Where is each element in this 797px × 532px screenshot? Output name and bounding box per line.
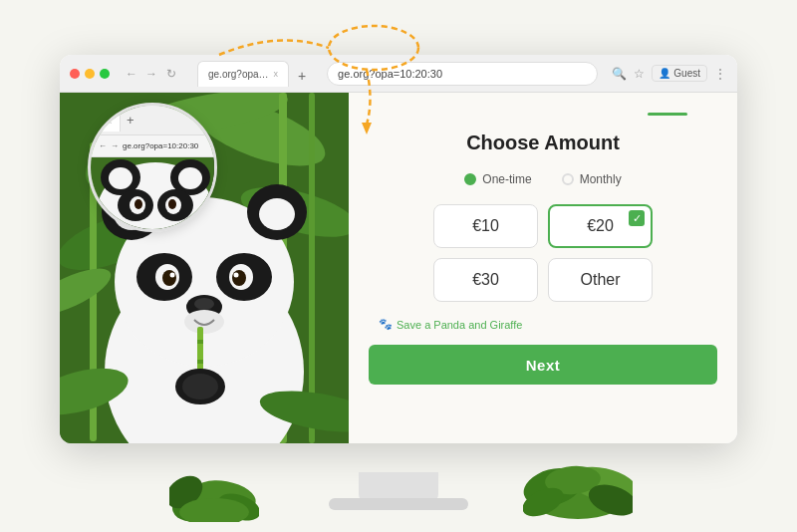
monthly-label: Monthly: [580, 172, 622, 186]
traffic-light-yellow[interactable]: [85, 69, 95, 79]
scene: ← → ↻ ge.org?opa… x + ge.org?opa=10:20:3…: [0, 0, 797, 532]
new-tab-button[interactable]: +: [291, 65, 313, 87]
search-icon[interactable]: 🔍: [612, 67, 626, 81]
browser-tab[interactable]: ge.org?opa… x: [197, 61, 289, 87]
amount-30[interactable]: €30: [433, 258, 538, 302]
paw-icon: 🐾: [379, 318, 393, 331]
browser-chrome: ← → ↻ ge.org?opa… x + ge.org?opa=10:20:3…: [60, 55, 737, 93]
monthly-option[interactable]: Monthly: [562, 172, 622, 186]
tab-indicator: [648, 113, 687, 116]
svg-point-39: [178, 167, 202, 189]
guest-icon: 👤: [659, 68, 670, 79]
address-bar[interactable]: ge.org?opa=10:20:30: [327, 62, 598, 86]
plant-left-svg: [169, 452, 259, 522]
svg-rect-28: [197, 360, 203, 364]
content-area: Choose Amount One-time Monthly €10 €20 €…: [349, 93, 737, 443]
traffic-light-red[interactable]: [70, 69, 80, 79]
svg-point-14: [259, 198, 295, 230]
onetime-option[interactable]: One-time: [464, 172, 531, 186]
magnify-circle: x + ← → ge.org?opa=10:20:30: [88, 103, 217, 232]
back-button[interactable]: ←: [124, 66, 139, 82]
amounts-grid: €10 €20 €30 Other: [433, 204, 653, 302]
frequency-row: One-time Monthly: [464, 172, 621, 186]
next-button[interactable]: Next: [369, 345, 717, 385]
magnify-address-bar: ← → ge.org?opa=10:20:30: [91, 135, 214, 157]
save-note-text: Save a Panda and Giraffe: [397, 319, 522, 331]
plant-left: [169, 452, 259, 522]
tab-close-icon[interactable]: x: [274, 69, 279, 79]
svg-point-30: [182, 374, 218, 399]
svg-point-44: [134, 199, 142, 209]
plant-right-svg: [523, 442, 633, 522]
guest-button[interactable]: 👤 Guest: [652, 65, 707, 82]
svg-point-25: [184, 310, 224, 334]
magnify-panda-svg: [91, 157, 214, 229]
forward-button[interactable]: →: [143, 66, 159, 82]
address-text: ge.org?opa=10:20:30: [338, 68, 442, 80]
save-note: 🐾 Save a Panda and Giraffe: [369, 318, 522, 331]
monitor-stand-base: [329, 498, 468, 510]
refresh-button[interactable]: ↻: [163, 66, 179, 82]
browser-actions: 🔍 ☆ 👤 Guest ⋮: [612, 65, 727, 82]
svg-point-20: [232, 270, 246, 286]
menu-icon[interactable]: ⋮: [713, 67, 727, 81]
monthly-radio[interactable]: [562, 173, 574, 185]
svg-point-21: [170, 273, 175, 278]
magnify-tab: x: [99, 110, 121, 132]
guest-label: Guest: [673, 68, 700, 79]
svg-point-24: [194, 298, 214, 310]
amount-20[interactable]: €20: [548, 204, 653, 248]
nav-buttons: ← → ↻: [124, 66, 179, 82]
onetime-label: One-time: [482, 172, 531, 186]
magnify-content: x + ← → ge.org?opa=10:20:30: [91, 106, 214, 229]
choose-amount-title: Choose Amount: [466, 132, 620, 154]
magnify-forward: →: [111, 141, 119, 150]
svg-point-38: [109, 167, 133, 189]
svg-point-45: [168, 199, 176, 209]
amount-10[interactable]: €10: [433, 204, 538, 248]
onetime-radio[interactable]: [464, 173, 476, 185]
traffic-light-green[interactable]: [100, 69, 110, 79]
svg-point-19: [162, 270, 176, 286]
svg-point-22: [234, 273, 239, 278]
amount-other[interactable]: Other: [548, 258, 653, 302]
magnify-address-text: ge.org?opa=10:20:30: [123, 141, 198, 150]
magnify-tab-bar: x +: [91, 106, 214, 135]
magnify-tab-close: x: [108, 117, 112, 126]
magnify-panda-view: [91, 157, 214, 229]
svg-rect-7: [309, 93, 315, 443]
plant-right: [523, 442, 633, 522]
bookmark-icon[interactable]: ☆: [632, 67, 646, 81]
traffic-lights: [70, 69, 110, 79]
magnify-back: ←: [99, 141, 107, 150]
tab-title: ge.org?opa…: [208, 69, 269, 80]
tab-strip: ge.org?opa… x +: [197, 61, 313, 87]
magnify-new-tab: +: [127, 113, 134, 128]
svg-rect-27: [197, 340, 203, 344]
